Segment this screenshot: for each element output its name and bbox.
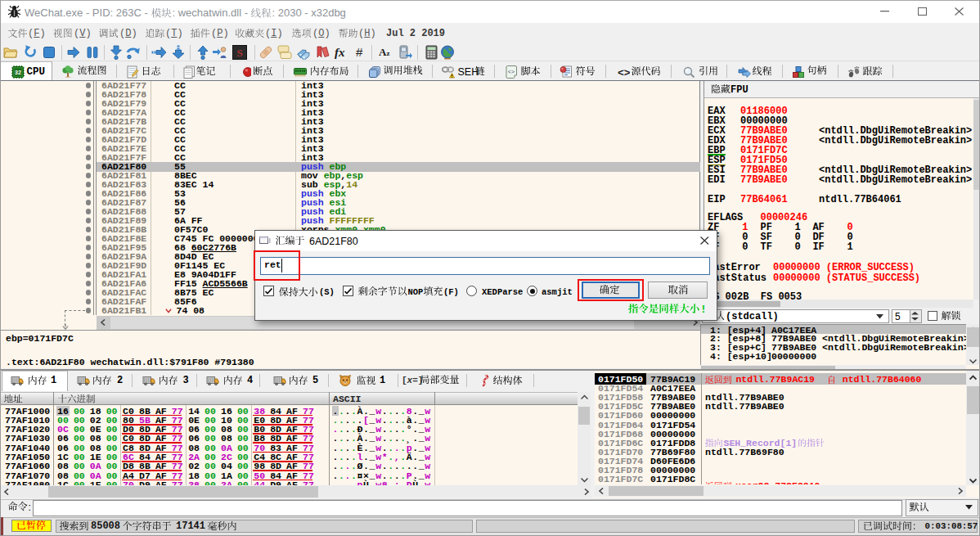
svg-text:#: # (356, 45, 363, 59)
svg-text:A: A (379, 46, 387, 58)
svg-text:<>: <> (508, 69, 515, 75)
svg-text:fx: fx (335, 46, 345, 59)
svg-text:z: z (387, 49, 390, 57)
svg-text:S: S (236, 47, 242, 59)
svg-text:32: 32 (15, 70, 21, 75)
svg-text:<>: <> (618, 67, 630, 79)
